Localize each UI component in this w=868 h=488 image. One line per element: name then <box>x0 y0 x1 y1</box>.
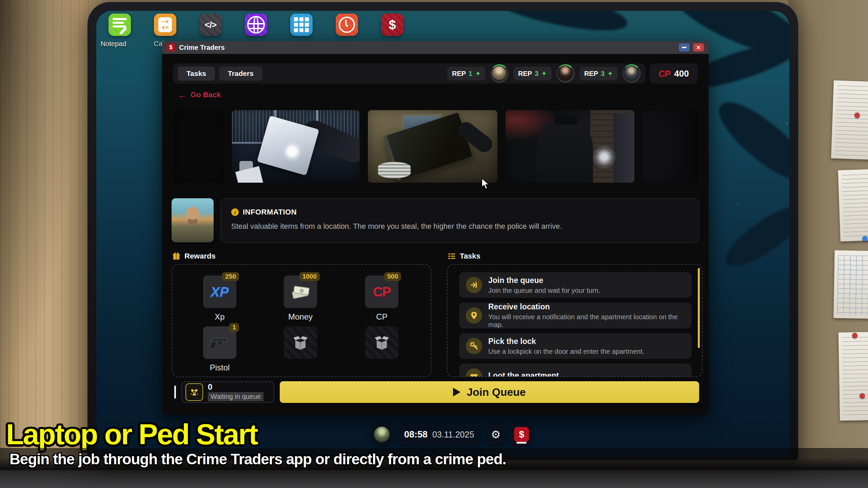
reward-card: 1000 <box>284 276 317 308</box>
avatar <box>557 65 573 81</box>
caption-strip: Begin the job through the Crime Traders … <box>0 448 868 470</box>
settings-button[interactable]: ⚙ <box>486 424 506 445</box>
info-row: i INFORMATION Steal valuable items from … <box>172 198 699 243</box>
crime-traders-app-icon[interactable]: $ <box>381 14 403 36</box>
trader-avatar-ring[interactable] <box>490 64 509 83</box>
pinned-blueprint <box>833 250 868 319</box>
rewards-title: Rewards <box>184 252 216 261</box>
pinned-paper <box>831 80 868 160</box>
globe-icon <box>247 16 265 34</box>
reward-empty-slot <box>358 326 406 359</box>
cork-board <box>788 0 868 488</box>
avatar <box>374 427 390 442</box>
information-text: Steal valuable items from a location. Th… <box>231 222 688 231</box>
queue-status-label: Waiting in queue <box>208 392 263 401</box>
join-queue-icon <box>466 277 482 293</box>
empty-slot-card <box>365 326 398 359</box>
window-topbar: Tasks Traders REP 1 ✦ REP 3 <box>173 63 698 84</box>
notepad-app-icon[interactable]: Notepad <box>108 14 131 36</box>
reward-label: Money <box>277 312 324 322</box>
task-list-icon <box>448 252 456 260</box>
money-icon <box>291 284 310 299</box>
calculator-app-icon[interactable]: −×+= Cal <box>154 14 176 36</box>
dollar-icon: $ <box>389 18 396 32</box>
os-taskbar: 08:58 03.11.2025 ⚙ $ <box>371 424 532 445</box>
minimize-icon <box>682 47 687 48</box>
xp-icon: XP <box>211 284 229 300</box>
task-item: Loot the apartment <box>459 364 692 377</box>
reward-label: Pistol <box>196 363 243 372</box>
reward-card: 1 <box>203 326 236 359</box>
close-button[interactable]: ✕ <box>693 43 704 52</box>
tab-traders[interactable]: Traders <box>219 66 262 81</box>
go-back-label: Go Back <box>191 90 221 99</box>
reward-amount-badge: 500 <box>384 272 401 281</box>
loot-box-icon <box>466 368 482 377</box>
task-description: You will receive a notification and the … <box>488 313 685 329</box>
apps-grid-app-icon[interactable] <box>290 14 313 36</box>
reward-card: 500 CP <box>365 276 398 308</box>
wood-wall <box>0 0 102 488</box>
queue-group-icon <box>185 383 203 401</box>
reward-label: CP <box>358 312 406 322</box>
task-description: Join the queue and wait for your turn. <box>488 287 600 294</box>
task-item: Join the queue Join the queue and wait f… <box>459 272 692 298</box>
taskbar-profile[interactable] <box>371 424 393 445</box>
window-titlebar: $ Crime Traders ✕ <box>162 41 709 54</box>
notepad-icon <box>113 18 127 32</box>
mouse-cursor <box>481 178 491 190</box>
task-title: Loot the apartment <box>488 371 559 377</box>
branch-silhouette <box>709 91 789 191</box>
rep-value: 3 <box>601 70 605 78</box>
tasks-scrollbar[interactable] <box>698 268 700 348</box>
code-app-icon[interactable]: </> <box>199 14 222 36</box>
task-title: Pick the lock <box>488 337 644 346</box>
bottom-action-row: 0 Waiting in queue Join Queue <box>174 381 699 403</box>
grid-icon <box>294 17 309 32</box>
task-title: Join the queue <box>488 276 600 285</box>
crate-icon <box>293 336 308 350</box>
tab-tasks[interactable]: Tasks <box>178 66 215 81</box>
rep-badge: REP 1 ✦ <box>447 67 486 80</box>
clock-date: 03.11.2025 <box>432 430 474 440</box>
trader-portrait <box>172 198 214 242</box>
go-back-link[interactable]: ← Go Back <box>178 90 221 99</box>
clock-icon <box>339 17 355 33</box>
cp-currency-value: 400 <box>674 68 689 79</box>
tasks-title: Tasks <box>460 252 480 261</box>
app-label: Notepad <box>96 40 137 48</box>
code-icon: </> <box>205 20 217 30</box>
carousel-partial-right <box>643 110 698 183</box>
task-item: Receive location You will receive a noti… <box>459 303 692 328</box>
join-queue-button[interactable]: Join Queue <box>280 381 699 403</box>
rep-label: REP <box>518 70 532 78</box>
clock-app-icon[interactable] <box>336 14 358 36</box>
join-queue-label: Join Queue <box>467 386 526 399</box>
carousel-image-lockpick-door <box>506 110 634 183</box>
taskbar-crime-traders[interactable]: $ <box>511 424 532 445</box>
avatar <box>624 65 639 81</box>
minimize-button[interactable] <box>679 43 690 52</box>
tasks-container: Join the queue Join the queue and wait f… <box>447 264 703 377</box>
reward-amount-badge: 1 <box>229 323 239 332</box>
sparkle-icon: ✦ <box>541 69 547 78</box>
desk-front <box>0 469 868 488</box>
reward-xp: 250 XP Xp <box>196 276 243 322</box>
caption-subtitle: Begin the job through the Crime Traders … <box>9 451 506 468</box>
reward-card: 250 XP <box>203 276 236 308</box>
carousel-image-laptop-theft <box>232 110 360 183</box>
laptop: Notepad −×+= Cal </> $ <box>87 2 798 460</box>
pinned-paper <box>838 168 868 241</box>
trader-avatar-ring[interactable] <box>623 64 641 83</box>
trader-avatar-ring[interactable] <box>556 64 575 83</box>
red-pin <box>852 333 857 338</box>
browser-app-icon[interactable] <box>245 14 267 36</box>
location-pin-icon <box>466 307 482 324</box>
laptop-screen: Notepad −×+= Cal </> $ <box>96 11 789 457</box>
window-title: Crime Traders <box>179 44 225 52</box>
topbar-strip: Tasks Traders REP 1 ✦ REP 3 <box>173 63 646 84</box>
information-panel: i INFORMATION Steal valuable items from … <box>220 198 699 243</box>
red-pin <box>854 113 860 118</box>
blue-pin <box>862 236 868 241</box>
currency-box: CP 400 <box>650 63 698 84</box>
